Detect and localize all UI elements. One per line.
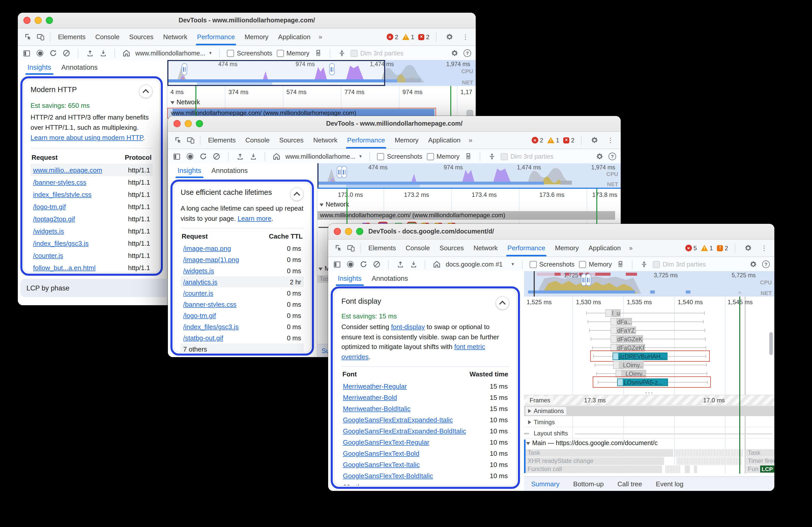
tab-elements[interactable]: Elements <box>364 239 401 257</box>
error-badge[interactable]: ×5 <box>685 245 697 251</box>
font-display-link[interactable]: font-display <box>391 323 425 331</box>
target-selector[interactable]: www.milliondollarhome...▼ <box>286 153 362 160</box>
issues-badge[interactable]: !2 <box>717 245 728 251</box>
tab-sources[interactable]: Sources <box>435 239 468 257</box>
kebab-menu-icon[interactable]: ⋮ <box>605 134 617 146</box>
tab-summary[interactable]: Summary <box>531 480 560 487</box>
dim-3rd-parties-checkbox[interactable]: Dim 3rd parties <box>350 49 404 57</box>
memory-checkbox[interactable]: Memory <box>277 49 309 57</box>
capture-settings-gear-icon[interactable] <box>450 49 459 58</box>
maximize-button[interactable] <box>356 228 363 235</box>
more-tabs-icon[interactable]: » <box>466 136 476 144</box>
help-icon[interactable]: ? <box>762 261 770 268</box>
font-link[interactable]: GoogleSansFlexExtraExpanded-BoldItalic <box>343 427 466 435</box>
settings-gear-icon[interactable] <box>742 242 754 254</box>
timeline-minimap[interactable]: 474 ms 974 ms 1,474 ms 1,974 ms CPU NET <box>168 60 476 86</box>
help-icon[interactable]: ? <box>464 49 471 57</box>
request-link[interactable]: www.millio...epage.com <box>33 166 102 174</box>
issues-badge[interactable]: ×2 <box>419 33 430 41</box>
insight-card-cache-lifetimes[interactable]: Use efficient cache lifetimes A long cac… <box>171 179 314 355</box>
collapse-icon[interactable] <box>640 260 649 268</box>
download-profile-icon[interactable] <box>249 152 258 161</box>
reload-icon[interactable] <box>199 152 207 161</box>
titlebar[interactable]: DevTools - docs.google.com/document/d/ <box>328 224 774 239</box>
flame-bar[interactable]: dFa... <box>610 318 632 325</box>
request-link[interactable]: /logo-tm.gif <box>33 203 66 210</box>
warning-badge[interactable]: !1 <box>547 136 559 144</box>
clear-icon[interactable] <box>373 260 381 268</box>
record-icon[interactable] <box>346 260 354 268</box>
request-link[interactable]: index_files/style.css <box>33 191 91 199</box>
font-link[interactable]: Merriweather-Bold <box>343 394 397 401</box>
tab-insights[interactable]: Insights <box>173 163 206 178</box>
insight-card-modern-http[interactable]: Modern HTTP Est savings: 650 ms HTTP/2 a… <box>20 76 163 276</box>
network-track-label[interactable]: Network <box>319 201 349 208</box>
font-link[interactable]: GoogleSansFlexText-Bold <box>343 450 420 457</box>
tab-network[interactable]: Network <box>469 239 502 257</box>
request-link[interactable]: /image-map.png <box>183 245 231 252</box>
request-link[interactable]: /logo-tm.gif <box>183 312 216 320</box>
tab-console[interactable]: Console <box>241 132 274 148</box>
maximize-button[interactable] <box>196 120 203 127</box>
home-icon[interactable] <box>272 152 281 161</box>
device-toolbar-icon[interactable] <box>185 134 197 146</box>
flame-bar-selected[interactable]: LOsmvPA5-z... <box>617 379 668 386</box>
request-link[interactable]: /banner-styles.css <box>183 301 236 308</box>
settings-gear-icon[interactable] <box>588 134 600 146</box>
flame-bar[interactable]: l_ul... <box>606 309 621 317</box>
upload-profile-icon[interactable] <box>235 152 244 161</box>
collapse-icon[interactable] <box>337 49 346 58</box>
tab-performance[interactable]: Performance <box>343 132 390 148</box>
main-thread-track[interactable]: Main — https://docs.google.com/document/… <box>526 439 774 449</box>
tab-console[interactable]: Console <box>90 29 124 45</box>
minimize-button[interactable] <box>185 120 192 127</box>
request-link[interactable]: /analytics.js <box>183 278 217 286</box>
insight-card-lcp-by-phase[interactable]: LCP by phase <box>20 279 175 297</box>
tab-elements[interactable]: Elements <box>203 132 240 148</box>
collapse-icon[interactable] <box>488 152 496 161</box>
tab-annotations[interactable]: Annotations <box>207 163 252 178</box>
tab-bottom-up[interactable]: Bottom-up <box>573 480 604 487</box>
minimap-selection[interactable] <box>168 60 385 86</box>
request-link[interactable]: /index_files/gsc3.js <box>183 323 238 331</box>
tab-insights[interactable]: Insights <box>23 60 56 75</box>
range-handle[interactable] <box>585 274 591 286</box>
range-handle[interactable] <box>342 166 347 178</box>
error-badge[interactable]: ×2 <box>387 33 398 41</box>
font-link[interactable]: GoogleSansFlexText-Italic <box>343 460 420 468</box>
help-icon[interactable]: ? <box>609 152 616 160</box>
tab-sources[interactable]: Sources <box>275 132 308 148</box>
timings-track[interactable]: Timings <box>524 417 774 427</box>
font-link[interactable]: Merriweather-Regular <box>343 382 407 390</box>
tab-memory[interactable]: Memory <box>240 29 273 45</box>
tab-network[interactable]: Network <box>159 29 192 45</box>
error-badge[interactable]: ×2 <box>532 136 543 144</box>
clear-icon[interactable] <box>62 49 71 58</box>
layout-shifts-track[interactable]: Layout shifts <box>524 428 774 439</box>
learn-more-link[interactable]: Learn more about using modern HTTP <box>30 134 143 142</box>
issues-badge[interactable]: ×2 <box>564 136 575 144</box>
tab-call-tree[interactable]: Call tree <box>618 480 642 487</box>
request-link[interactable]: /statbg-out.gif <box>183 334 223 342</box>
memory-checkbox[interactable]: Memory <box>579 261 612 268</box>
frames-track-label[interactable]: Frames <box>527 396 553 405</box>
request-link[interactable]: /image-map(1).png <box>183 256 239 263</box>
request-link[interactable]: /widgets.js <box>33 228 64 235</box>
timeline-minimap[interactable]: 1,725 ms 3,725 ms 5,725 ms CPU NET <box>524 271 774 296</box>
font-link[interactable]: GoogleSansFlexText-Regular <box>343 438 430 446</box>
range-handle[interactable] <box>329 63 335 75</box>
range-handle[interactable] <box>182 63 187 75</box>
tab-memory[interactable]: Memory <box>390 132 423 148</box>
font-link[interactable]: GoogleSansFlexText-BoldItalic <box>343 472 433 480</box>
upload-profile-icon[interactable] <box>86 49 94 58</box>
minimize-button[interactable] <box>34 17 42 24</box>
maximize-button[interactable] <box>46 17 53 24</box>
warning-badge[interactable]: !1 <box>402 33 414 41</box>
tab-application[interactable]: Application <box>274 29 315 45</box>
tab-annotations[interactable]: Annotations <box>367 271 412 286</box>
reload-icon[interactable] <box>359 260 368 268</box>
gc-brush-icon[interactable] <box>464 152 473 161</box>
close-button[interactable] <box>334 228 341 235</box>
timer-fired-bar[interactable]: Timer fired <box>746 457 774 465</box>
upload-profile-icon[interactable] <box>396 260 405 268</box>
